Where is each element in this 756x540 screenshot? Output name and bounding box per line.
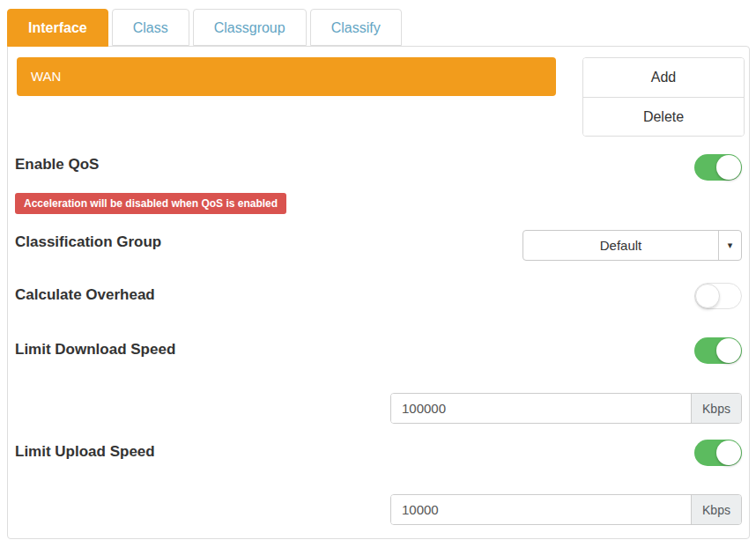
tab-class[interactable]: Class	[112, 9, 189, 46]
tab-classgroup[interactable]: Classgroup	[193, 9, 307, 46]
caret-down-icon[interactable]: ▾	[718, 231, 741, 260]
upload-speed-input[interactable]	[391, 495, 691, 524]
upload-speed-input-group: Kbps	[390, 494, 742, 525]
tab-classify[interactable]: Classify	[310, 9, 402, 46]
limit-download-speed-label: Limit Download Speed	[15, 341, 175, 359]
toggle-knob	[716, 155, 741, 180]
interface-list-item-wan[interactable]: WAN	[17, 57, 556, 96]
toggle-knob	[695, 284, 720, 308]
add-button[interactable]: Add	[583, 58, 744, 97]
interface-actions: Add Delete	[582, 57, 745, 137]
classification-group-value: Default	[523, 231, 718, 260]
delete-button[interactable]: Delete	[583, 97, 744, 136]
download-speed-unit: Kbps	[691, 394, 741, 423]
classification-group-label: Classification Group	[15, 233, 161, 251]
calculate-overhead-label: Calculate Overhead	[15, 286, 155, 304]
upload-speed-unit: Kbps	[691, 495, 741, 524]
interface-tab-panel: WAN Add Delete Enable QoS Acceleration w…	[7, 46, 750, 539]
toggle-knob	[716, 338, 741, 363]
enable-qos-toggle[interactable]	[694, 154, 742, 181]
limit-download-speed-toggle[interactable]	[694, 337, 742, 364]
calculate-overhead-toggle[interactable]	[694, 283, 742, 309]
download-speed-input[interactable]	[391, 394, 691, 423]
limit-upload-speed-label: Limit Upload Speed	[15, 443, 155, 461]
enable-qos-label: Enable QoS	[15, 156, 99, 174]
tab-interface[interactable]: Interface	[7, 9, 108, 47]
toggle-knob	[716, 440, 741, 465]
tab-bar: Interface Class Classgroup Classify	[7, 9, 402, 47]
limit-upload-speed-toggle[interactable]	[694, 440, 742, 466]
qos-warning-badge: Acceleration will be disabled when QoS i…	[15, 193, 286, 214]
download-speed-input-group: Kbps	[390, 393, 742, 424]
classification-group-select[interactable]: Default ▾	[523, 230, 742, 261]
